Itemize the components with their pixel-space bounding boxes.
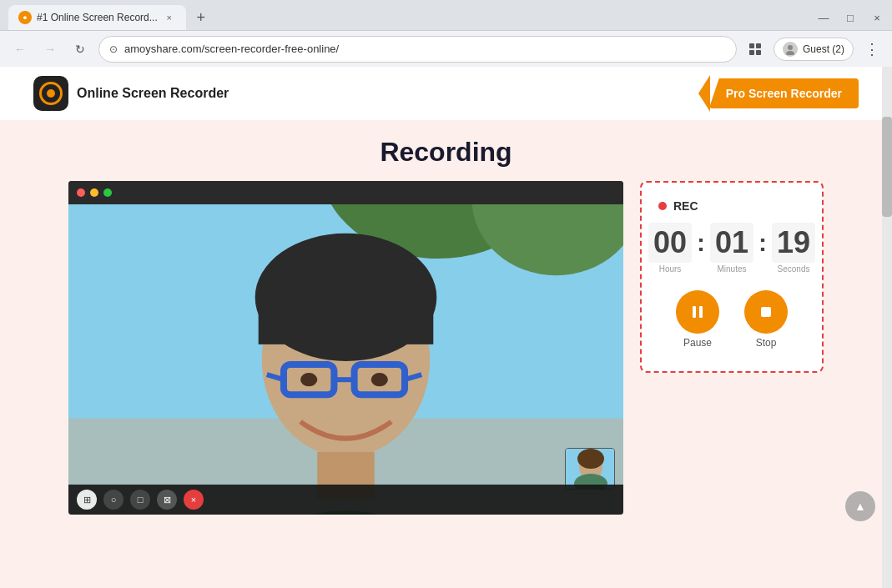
svg-rect-49 [761,307,771,317]
forward-button[interactable]: → [38,38,62,61]
window-chrome-green [103,188,112,197]
svg-rect-30 [347,297,434,344]
maximize-button[interactable]: □ [844,11,857,24]
video-area: ⊞ ○ □ ⊠ × REC 00 Hours : [33,181,859,515]
svg-rect-0 [749,43,754,48]
video-controls-bar: ⊞ ○ □ ⊠ × [68,485,623,515]
profile-avatar [783,42,798,57]
window-chrome-yellow [90,188,98,197]
tab-close-btn[interactable]: × [163,11,176,24]
logo-dot [47,89,55,98]
svg-rect-48 [699,306,703,318]
hours-display: 00 [648,223,692,263]
svg-rect-1 [756,43,761,48]
secure-icon: ⊙ [109,43,118,55]
colon-2: : [757,229,769,257]
rec-label: REC [673,199,698,213]
svg-rect-2 [749,50,754,55]
svg-rect-3 [756,50,761,55]
site-logo: Online Screen Recorder [33,76,229,111]
ctrl-layout-btn[interactable]: ⊞ [77,490,97,510]
ctrl-end-btn[interactable]: × [184,490,204,510]
svg-point-45 [577,449,604,469]
timer-minutes: 01 Minutes [710,223,753,274]
video-player: ⊞ ○ □ ⊠ × [68,181,623,515]
tab-title: #1 Online Screen Record... [37,12,158,23]
reload-button[interactable]: ↻ [68,38,92,61]
profile-label: Guest (2) [803,43,844,55]
nav-right-controls: Guest (2) ⋮ [743,38,884,61]
video-window-chrome [68,181,623,204]
timer-seconds: 19 Seconds [772,223,815,274]
scroll-to-top-button[interactable]: ▲ [845,491,875,521]
browser-more-button[interactable]: ⋮ [860,38,884,61]
back-button[interactable]: ← [8,38,32,61]
browser-chrome: ● #1 Online Screen Record... × + — □ × ←… [0,0,892,67]
ctrl-circle-btn[interactable]: ○ [103,490,123,510]
minutes-display: 01 [710,223,753,263]
hours-label: Hours [659,264,682,274]
address-text: amoyshare.com/screen-recorder-free-onlin… [124,43,339,55]
title-bar-right: — □ × [817,11,884,24]
video-thumbnail [565,448,615,490]
navigation-bar: ← → ↻ ⊙ amoyshare.com/screen-recorder-fr… [0,30,892,67]
pro-screen-recorder-button[interactable]: Pro Screen Recorder [709,78,859,108]
minimize-button[interactable]: — [817,11,830,24]
minutes-label: Minutes [717,264,746,274]
seconds-label: Seconds [778,264,810,274]
logo-ring [39,82,63,105]
page-content: Online Screen Recorder Pro Screen Record… [0,67,892,588]
scrollbar[interactable] [882,67,892,588]
rec-dot [658,202,667,210]
ctrl-square-btn[interactable]: □ [130,490,150,510]
profile-button[interactable]: Guest (2) [774,38,854,61]
scrollbar-thumb[interactable] [882,117,892,217]
logo-icon [33,76,68,111]
video-content [68,204,623,515]
tab-favicon: ● [18,11,32,24]
svg-point-4 [788,45,793,50]
timer-display: 00 Hours : 01 Minutes : 19 Seconds [658,223,805,274]
pause-label: Pause [683,337,712,349]
seconds-display: 19 [772,223,815,263]
svg-point-5 [786,51,794,55]
pause-action[interactable]: Pause [676,290,719,349]
window-chrome-red [77,188,85,197]
svg-rect-47 [693,306,696,318]
timer-hours: 00 Hours [648,223,692,274]
site-title: Online Screen Recorder [77,86,229,101]
site-header: Online Screen Recorder Pro Screen Record… [0,67,892,120]
address-bar[interactable]: ⊙ amoyshare.com/screen-recorder-free-onl… [98,36,737,63]
title-bar: ● #1 Online Screen Record... × + — □ × [0,0,892,30]
close-window-button[interactable]: × [870,11,884,24]
pro-btn-arrow [698,75,710,112]
stop-button[interactable] [744,290,788,334]
page-title: Recording [380,137,512,168]
extensions-button[interactable] [743,38,767,61]
new-tab-button[interactable]: + [189,6,213,29]
stop-action[interactable]: Stop [744,290,788,349]
pro-btn-wrapper: Pro Screen Recorder [709,78,859,108]
recording-control-panel: REC 00 Hours : 01 Minutes : 19 Sec [640,181,824,373]
stop-label: Stop [756,337,777,349]
main-area: Recording [0,120,892,531]
rec-action-buttons: Pause Stop [658,290,805,349]
rec-indicator: REC [658,199,805,213]
svg-point-37 [371,373,388,386]
title-bar-left: ● #1 Online Screen Record... × + [8,5,213,30]
colon-1: : [695,229,707,257]
pause-button[interactable] [676,290,719,334]
browser-tab[interactable]: ● #1 Online Screen Record... × [8,5,186,30]
ctrl-stop-btn[interactable]: ⊠ [157,490,177,510]
